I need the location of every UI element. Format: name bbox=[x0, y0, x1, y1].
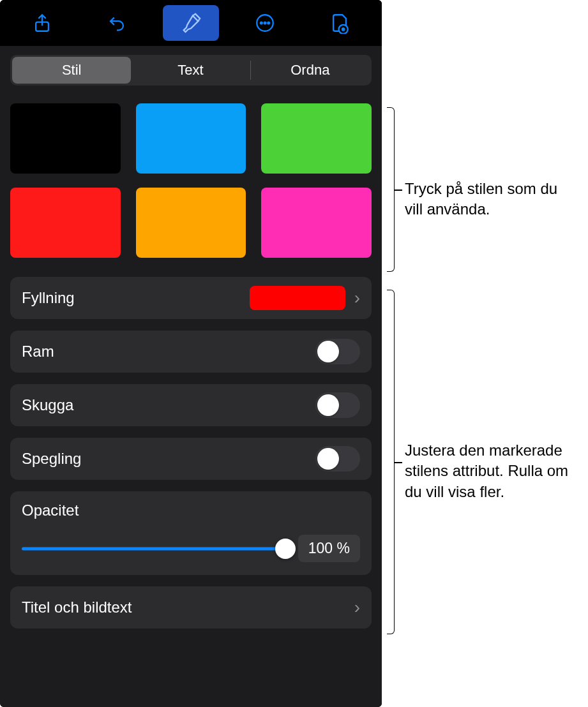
undo-button[interactable] bbox=[89, 5, 145, 41]
callout-connector bbox=[395, 190, 402, 191]
undo-icon bbox=[106, 12, 128, 34]
more-button[interactable] bbox=[237, 5, 293, 41]
svg-point-6 bbox=[342, 27, 345, 31]
title-caption-row[interactable]: Titel och bildtext › bbox=[10, 586, 372, 629]
opacity-label: Opacitet bbox=[22, 502, 360, 519]
chevron-right-icon: › bbox=[354, 597, 360, 618]
callout-bracket-attributes bbox=[387, 290, 395, 634]
tab-label: Stil bbox=[62, 62, 82, 78]
svg-point-4 bbox=[268, 22, 270, 24]
reflection-row: Spegling bbox=[10, 438, 372, 480]
shadow-label: Skugga bbox=[22, 396, 315, 414]
style-swatch-orange[interactable] bbox=[136, 188, 246, 258]
style-swatch-blue[interactable] bbox=[136, 103, 246, 174]
share-button[interactable] bbox=[14, 5, 70, 41]
style-swatch-green[interactable] bbox=[261, 103, 372, 174]
more-icon bbox=[254, 12, 276, 34]
title-caption-label: Titel och bildtext bbox=[22, 599, 354, 616]
style-swatch-pink[interactable] bbox=[261, 188, 372, 258]
callout-connector bbox=[395, 462, 402, 463]
fill-color-chip bbox=[250, 286, 345, 310]
tab-stil[interactable]: Stil bbox=[12, 57, 131, 84]
style-swatch-black[interactable] bbox=[10, 103, 121, 174]
tab-text[interactable]: Text bbox=[131, 57, 250, 84]
reflection-label: Spegling bbox=[22, 450, 315, 468]
style-swatch-grid bbox=[10, 103, 372, 258]
border-row: Ram bbox=[10, 331, 372, 373]
callout-bracket-swatches bbox=[387, 107, 395, 272]
document-settings-button[interactable] bbox=[312, 5, 368, 41]
toolbar bbox=[0, 0, 382, 46]
svg-point-3 bbox=[264, 22, 266, 24]
panel-body: Stil Text Ordna Fyllning › bbox=[0, 46, 382, 707]
fill-row[interactable]: Fyllning › bbox=[10, 277, 372, 319]
svg-point-2 bbox=[260, 22, 262, 24]
style-swatch-red[interactable] bbox=[10, 188, 121, 258]
reflection-toggle[interactable] bbox=[315, 446, 360, 472]
shadow-toggle[interactable] bbox=[315, 392, 360, 418]
format-brush-button[interactable] bbox=[163, 5, 219, 41]
format-tabs: Stil Text Ordna bbox=[10, 55, 372, 86]
format-panel: Stil Text Ordna Fyllning › bbox=[0, 0, 382, 707]
opacity-value: 100 % bbox=[298, 535, 360, 562]
shadow-row: Skugga bbox=[10, 384, 372, 426]
fill-label: Fyllning bbox=[22, 289, 250, 307]
chevron-right-icon: › bbox=[354, 288, 360, 308]
share-icon bbox=[31, 12, 53, 34]
attribute-rows: Fyllning › Ram Skugga Spegling Opacitet bbox=[10, 277, 372, 629]
callout-swatches: Tryck på stilen som du vill använda. bbox=[405, 179, 577, 220]
tab-ordna[interactable]: Ordna bbox=[251, 57, 370, 84]
tab-label: Text bbox=[177, 62, 203, 78]
brush-icon bbox=[180, 12, 202, 34]
tab-label: Ordna bbox=[290, 62, 329, 78]
opacity-row: Opacitet 100 % bbox=[10, 491, 372, 575]
doc-insert-icon bbox=[329, 12, 351, 34]
border-toggle[interactable] bbox=[315, 339, 360, 364]
border-label: Ram bbox=[22, 343, 315, 361]
callout-attributes: Justera den markerade stilens attribut. … bbox=[405, 440, 577, 502]
opacity-slider[interactable] bbox=[22, 540, 287, 558]
